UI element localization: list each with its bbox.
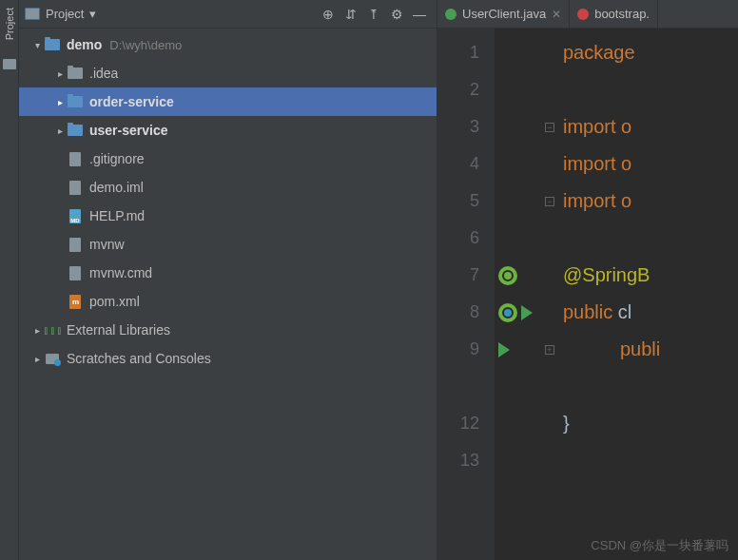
tab-userclient[interactable]: UserClient.java ✕ (437, 0, 570, 28)
maven-icon: m (69, 295, 81, 309)
yml-icon (577, 9, 589, 20)
tree-root[interactable]: ▾ demo D:\wyh\demo (19, 30, 437, 59)
tree-item-user-service[interactable]: ▸ user-service (19, 116, 437, 145)
tree-item-iml[interactable]: demo.iml (19, 173, 437, 202)
tree-item-label: demo.iml (89, 180, 144, 195)
expand-icon: ▸ (53, 97, 67, 107)
tree-item-label: order-service (89, 94, 174, 109)
run-icon[interactable] (521, 305, 533, 320)
code-text: } (563, 413, 570, 434)
expand-icon: ▸ (53, 126, 67, 136)
tree-item-mvnw[interactable]: mvnw (19, 230, 437, 259)
project-header: Project ▾ ⊕ ⇵ ⤒ ⚙ — (19, 0, 437, 29)
line-number: 13 (437, 442, 495, 479)
sh-icon (69, 238, 81, 252)
java-interface-icon (445, 9, 456, 20)
tree-item-label: mvnw (89, 237, 125, 252)
root-path: D:\wyh\demo (109, 38, 182, 52)
spring-icon[interactable] (498, 266, 517, 285)
code-text: cl (618, 301, 631, 322)
line-number: 1 (437, 34, 495, 71)
line-number-gutter: 1 2 3 4 5 6 7 8 9 12 13 (437, 29, 495, 560)
tree-item-order-service[interactable]: ▸ order-service (19, 87, 437, 116)
code-area[interactable]: package import o import o import o @Spri… (555, 29, 738, 560)
tab-bootstrap[interactable]: bootstrap. (570, 0, 658, 28)
project-icon (25, 8, 40, 20)
settings-button[interactable]: ⚙ (385, 3, 408, 26)
project-header-title: Project (46, 7, 84, 21)
gutter-icons (495, 29, 544, 560)
editor-panel: UserClient.java ✕ bootstrap. 1 2 3 4 5 6… (437, 0, 738, 560)
structure-tool-icon[interactable] (3, 59, 16, 69)
root-name: demo (67, 37, 102, 52)
tab-label: bootstrap. (594, 7, 650, 21)
code-text: import o (563, 190, 631, 211)
code-text: @SpringB (563, 264, 650, 285)
tree-item-label: HELP.md (89, 208, 145, 223)
tool-window-stripe: Project (0, 0, 19, 560)
tree-item-label: pom.xml (89, 294, 140, 309)
tree-item-label: .idea (89, 66, 118, 81)
fold-icon[interactable]: + (545, 345, 554, 355)
watermark: CSDN @你是一块番薯吗 (591, 537, 728, 554)
project-tree: ▾ demo D:\wyh\demo ▸ .idea ▸ order-servi… (19, 29, 437, 560)
folder-icon (68, 68, 83, 79)
expand-all-button[interactable]: ⇵ (340, 3, 362, 26)
code-text: package (563, 42, 635, 63)
tree-item-gitignore[interactable]: .gitignore (19, 145, 437, 173)
code-text: publi (620, 338, 660, 359)
dropdown-icon: ▾ (89, 7, 96, 21)
line-number: 7 (437, 257, 495, 294)
select-opened-file-button[interactable]: ⊕ (317, 3, 340, 26)
fold-icon[interactable]: − (545, 123, 554, 132)
tree-item-scratches[interactable]: ▸ Scratches and Consoles (19, 344, 437, 373)
tree-item-external-libs[interactable]: ▸ ⫾⫾⫾ External Libraries (19, 316, 437, 344)
project-tool-label[interactable]: Project (4, 8, 15, 40)
tree-item-label: mvnw.cmd (89, 265, 152, 280)
tree-item-label: user-service (89, 123, 168, 138)
file-icon (69, 181, 81, 195)
tree-item-label: External Libraries (67, 322, 170, 338)
editor-tabs: UserClient.java ✕ bootstrap. (437, 0, 738, 29)
fold-gutter: − − + (544, 29, 555, 560)
library-icon: ⫾⫾⫾ (44, 323, 61, 338)
file-icon (69, 266, 81, 280)
expand-icon: ▸ (30, 354, 44, 364)
fold-icon[interactable]: − (545, 197, 554, 206)
module-icon (68, 96, 83, 107)
code-editor[interactable]: 1 2 3 4 5 6 7 8 9 12 13 − (437, 29, 738, 560)
code-text: import o (563, 116, 631, 137)
md-icon: MD (69, 209, 81, 223)
project-panel: Project ▾ ⊕ ⇵ ⤒ ⚙ — ▾ demo D:\wyh\demo ▸… (19, 0, 437, 560)
hide-button[interactable]: — (408, 3, 431, 26)
line-number: 8 (437, 294, 495, 331)
tree-item-pom[interactable]: m pom.xml (19, 287, 437, 316)
line-number: 4 (437, 145, 495, 183)
project-view-selector[interactable]: Project ▾ (25, 7, 96, 21)
tree-item-mvnw-cmd[interactable]: mvnw.cmd (19, 259, 437, 287)
tree-item-label: Scratches and Consoles (67, 351, 211, 366)
line-number: 3 (437, 108, 495, 145)
tree-item-idea[interactable]: ▸ .idea (19, 59, 437, 87)
tab-label: UserClient.java (462, 7, 546, 21)
file-icon (69, 152, 81, 166)
module-icon (45, 39, 60, 50)
code-text: public (563, 301, 618, 322)
line-number: 12 (437, 405, 495, 442)
tree-item-help[interactable]: MD HELP.md (19, 202, 437, 230)
line-number: 2 (437, 71, 495, 108)
run-icon[interactable] (498, 342, 510, 357)
module-icon (68, 125, 83, 136)
scratches-icon (46, 354, 59, 364)
collapse-all-button[interactable]: ⤒ (362, 3, 385, 26)
line-number (437, 368, 495, 405)
line-number: 9 (437, 331, 495, 368)
expand-icon: ▸ (53, 68, 67, 79)
close-tab-icon[interactable]: ✕ (552, 8, 561, 21)
line-number: 6 (437, 220, 495, 257)
line-number: 5 (437, 183, 495, 220)
expand-icon: ▾ (30, 40, 44, 50)
tree-item-label: .gitignore (89, 151, 145, 166)
code-text: import o (563, 153, 631, 174)
spring-run-icon[interactable] (498, 303, 517, 322)
